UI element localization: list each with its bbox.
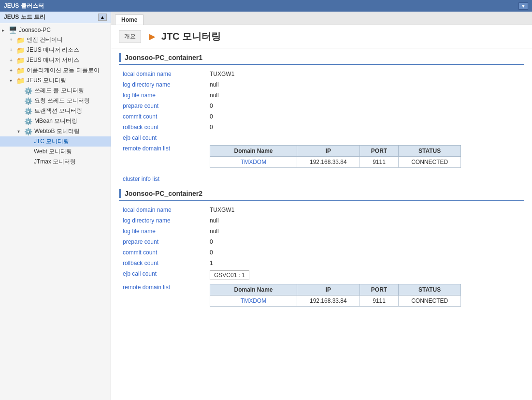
- tree-label: 트랜잭션 모니터링: [34, 107, 82, 115]
- domain-status-cell: CONNECTED: [399, 296, 461, 307]
- sidebar-tree: ▸ 🖥️ Joonsoo-PC + 📁 엔진 컨테이너 + 📁 JEUS 매니저…: [0, 23, 111, 400]
- container-title: Joonsoo-PC_container2: [125, 190, 202, 197]
- tree-icon: 📁: [16, 36, 25, 44]
- info-row: rollback count 0: [119, 122, 524, 133]
- field-label: ejb call count: [119, 133, 206, 143]
- domain-col-header: PORT: [359, 284, 399, 296]
- field-label: prepare count: [119, 101, 206, 111]
- field-value: 0: [206, 247, 524, 258]
- remote-domain-table-cell: Domain NameIPPORTSTATUS TMXDOM 192.168.3…: [206, 282, 524, 309]
- sidebar-collapse-btn[interactable]: ▲: [98, 14, 107, 21]
- field-label: local domain name: [119, 205, 206, 215]
- content-body: 개요 ► JTC 모니터링 Joonsoo-PC_container1 loca…: [111, 25, 532, 400]
- info-row: ejb call count: [119, 133, 524, 143]
- sidebar-item-app-model-deploy[interactable]: + 📁 어플리케이션 모들 디플로이: [0, 65, 111, 75]
- expand-icon: ▾: [10, 78, 15, 83]
- sidebar-item-jeus-manager-service[interactable]: + 📁 JEUS 매니저 서비스: [0, 55, 111, 65]
- tab-home[interactable]: Home: [115, 15, 144, 25]
- domain-name-cell[interactable]: TMXDOM: [210, 157, 297, 168]
- field-label: log file name: [119, 226, 206, 237]
- field-label: local domain name: [119, 69, 206, 79]
- field-value: 0: [206, 111, 524, 122]
- tree-icon: 📁: [16, 57, 25, 64]
- tree-label: 엔진 컨테이너: [27, 36, 63, 44]
- sidebar-item-thread-pool-monitoring[interactable]: ⚙️ 쓰레드 풀 모니터링: [0, 86, 111, 96]
- tab-bar: Home: [111, 12, 532, 25]
- field-value: GSVC01 : 1: [206, 268, 524, 282]
- tree-icon: 📁: [16, 67, 25, 74]
- field-label: log file name: [119, 90, 206, 101]
- overview-button[interactable]: 개요: [119, 30, 141, 43]
- sidebar-item-transaction-monitoring[interactable]: ⚙️ 트랜잭션 모니터링: [0, 106, 111, 116]
- domain-port-cell: 9111: [359, 296, 399, 307]
- tree-icon: 📁: [16, 46, 25, 54]
- tree-label: 요청 쓰레드 모니터링: [34, 97, 90, 105]
- container-section-container2: Joonsoo-PC_container2 local domain name …: [119, 189, 524, 309]
- sidebar-item-jeus-monitoring[interactable]: ▾ 📁 JEUS 모니터링: [0, 75, 111, 86]
- info-table-container2: local domain name TUXGW1 log directory n…: [119, 205, 524, 309]
- tree-label: 어플리케이션 모들 디플로이: [27, 66, 100, 74]
- field-value: [206, 133, 524, 143]
- info-row: log file name null: [119, 226, 524, 237]
- top-bar-dropdown-btn[interactable]: ▼: [518, 2, 528, 10]
- sidebar-header-title: JEUS 노드 트리: [4, 13, 45, 21]
- info-row: rollback count 1: [119, 258, 524, 268]
- domain-col-header: Domain Name: [210, 146, 297, 157]
- domain-col-header: PORT: [359, 146, 399, 157]
- field-label: commit count: [119, 111, 206, 122]
- sidebar-item-request-thread-monitoring[interactable]: ⚙️ 요청 쓰레드 모니터링: [0, 96, 111, 106]
- container-header-container1: Joonsoo-PC_container1: [119, 53, 524, 65]
- sidebar: JEUS 노드 트리 ▲ ▸ 🖥️ Joonsoo-PC + 📁 엔진 컨테이너…: [0, 12, 111, 400]
- sidebar-header: JEUS 노드 트리 ▲: [0, 12, 111, 23]
- field-label: log directory name: [119, 79, 206, 90]
- sidebar-item-engine-container[interactable]: + 📁 엔진 컨테이너: [0, 35, 111, 45]
- sidebar-item-webtob-monitoring[interactable]: ▾ ⚙️ WebtoB 모니터링: [0, 126, 111, 136]
- info-row: log directory name null: [119, 215, 524, 226]
- domain-name-cell[interactable]: TMXDOM: [210, 296, 297, 307]
- container-header-container2: Joonsoo-PC_container2: [119, 189, 524, 201]
- content-area: Home 개요 ► JTC 모니터링 Joonsoo-PC_container1…: [111, 12, 532, 400]
- sidebar-item-jeus-manager-resource[interactable]: + 📁 JEUS 매니저 리소스: [0, 45, 111, 55]
- container-header-bar: [119, 53, 121, 62]
- tree-label: WebtoB 모니터링: [34, 127, 80, 135]
- tree-label: JTmax 모니터링: [34, 158, 76, 166]
- expand-icon: +: [10, 47, 15, 53]
- sidebar-item-joonsoo-pc[interactable]: ▸ 🖥️ Joonsoo-PC: [0, 25, 111, 35]
- expand-icon: ▸: [2, 28, 8, 33]
- expand-icon: +: [10, 37, 15, 43]
- expand-icon: +: [10, 68, 15, 73]
- remote-domain-label: remote domain list: [119, 282, 206, 309]
- domain-table-container1: Domain NameIPPORTSTATUS TMXDOM 192.168.3…: [210, 145, 461, 168]
- info-row: prepare count 0: [119, 101, 524, 111]
- info-row: log directory name null: [119, 79, 524, 90]
- sidebar-item-jtmax-monitoring[interactable]: JTmax 모니터링: [0, 157, 111, 167]
- field-value: 1: [206, 258, 524, 268]
- tree-icon: ⚙️: [24, 97, 32, 105]
- field-label: log directory name: [119, 215, 206, 226]
- containers-wrapper: Joonsoo-PC_container1 local domain name …: [111, 53, 532, 309]
- info-row: prepare count 0: [119, 237, 524, 247]
- sidebar-item-jtc-monitoring[interactable]: JTC 모니터링: [0, 136, 111, 147]
- domain-col-header: STATUS: [399, 284, 461, 296]
- domain-row: TMXDOM 192.168.33.84 9111 CONNECTED: [210, 157, 461, 168]
- domain-col-header: Domain Name: [210, 284, 297, 296]
- remote-domain-row: remote domain listDomain NameIPPORTSTATU…: [119, 143, 524, 170]
- domain-table-container2: Domain NameIPPORTSTATUS TMXDOM 192.168.3…: [210, 284, 461, 307]
- ejb-badge: GSVC01 : 1: [210, 270, 249, 280]
- tree-label: 쓰레드 풀 모니터링: [34, 87, 84, 95]
- field-value: 0: [206, 122, 524, 133]
- info-row: commit count 0: [119, 247, 524, 258]
- sidebar-item-mbean-monitoring[interactable]: ⚙️ MBean 모니터링: [0, 116, 111, 126]
- sidebar-item-webt-monitoring[interactable]: Webt 모니터링: [0, 147, 111, 157]
- field-value: null: [206, 226, 524, 237]
- info-row: commit count 0: [119, 111, 524, 122]
- domain-status-cell: CONNECTED: [399, 157, 461, 168]
- field-value: null: [206, 215, 524, 226]
- info-table-container1: local domain name TUXGW1 log directory n…: [119, 69, 524, 170]
- field-label: prepare count: [119, 237, 206, 247]
- top-bar-title: JEUS 클러스터: [4, 2, 44, 10]
- field-label: ejb call count: [119, 268, 206, 282]
- domain-ip-cell: 192.168.33.84: [297, 296, 360, 307]
- domain-col-header: STATUS: [399, 146, 461, 157]
- remote-domain-table-cell: Domain NameIPPORTSTATUS TMXDOM 192.168.3…: [206, 143, 524, 170]
